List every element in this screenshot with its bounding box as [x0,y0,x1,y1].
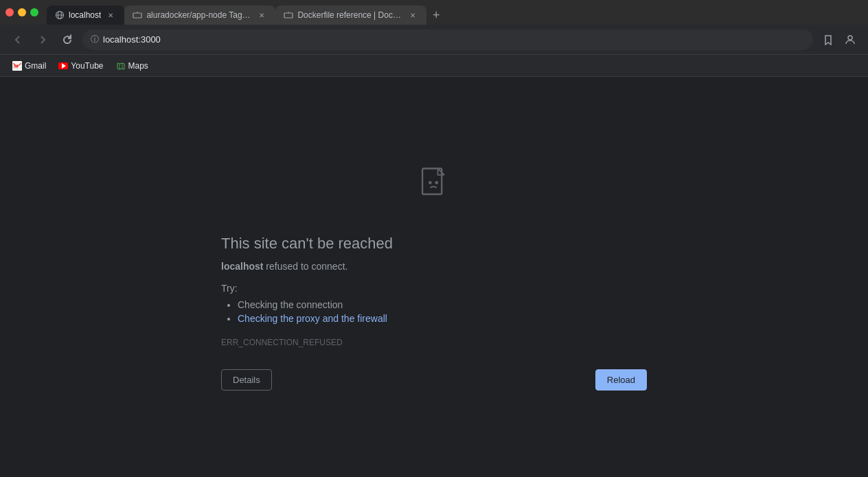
svg-text:M: M [14,63,19,69]
svg-point-11 [435,182,437,184]
address-bar[interactable]: ⓘ localhost:3000 [82,30,813,50]
reload-icon [62,34,73,45]
bookmark-gmail[interactable]: M Gmail [7,58,52,74]
svg-rect-4 [284,13,293,18]
address-text: localhost:3000 [103,34,161,45]
tab-label: Dockerfile reference | Docker D… [297,10,403,20]
bookmark-gmail-label: Gmail [25,61,46,71]
tab-localhost[interactable]: localhost ✕ [47,5,124,25]
profile-button[interactable] [841,30,860,49]
error-code: ERR_CONNECTION_REFUSED [221,338,343,347]
details-button[interactable]: Details [221,369,272,391]
reload-button[interactable]: Reload [595,369,647,391]
nav-actions [819,30,860,49]
svg-rect-3 [133,13,141,18]
forward-icon [37,34,48,45]
error-subtitle-rest: refused to connect. [263,261,347,272]
suggestion-checking-proxy: Checking the proxy and the firewall [238,313,387,324]
main-content: This site can't be reached localhost ref… [0,77,868,477]
error-host: localhost [221,261,263,272]
error-buttons: Details Reload [221,369,647,391]
navbar: ⓘ localhost:3000 [0,25,868,55]
tab-close-button[interactable]: ✕ [407,10,418,21]
error-suggestions-list: Checking the connection Checking the pro… [238,299,387,327]
docker-icon [133,10,142,20]
gmail-icon: M [12,61,22,71]
bookmark-youtube[interactable]: YouTube [53,58,108,74]
minimize-button[interactable] [18,8,26,16]
forward-button[interactable] [33,30,52,49]
docker2-icon [284,10,293,20]
new-tab-button[interactable]: + [426,5,446,25]
error-title: This site can't be reached [221,235,393,253]
tab-close-button[interactable]: ✕ [105,10,116,21]
bookmark-icon [823,34,834,45]
profile-icon [845,34,856,45]
back-button[interactable] [8,30,27,49]
maps-icon [116,61,126,71]
svg-point-5 [848,36,852,40]
bookmarks-bar: M Gmail YouTube Maps [0,55,868,77]
tab-label: aluradocker/app-node Tags | D… [146,10,252,20]
maximize-button[interactable] [30,8,38,16]
globe-icon [55,10,65,20]
traffic-lights [5,8,38,16]
suggestion-checking-connection: Checking the connection [238,299,387,310]
error-try-label: Try: [221,283,238,294]
close-button[interactable] [5,8,14,16]
back-icon [12,34,23,45]
error-icon [413,163,455,214]
tab-dockerfile[interactable]: Dockerfile reference | Docker D… ✕ [275,5,426,25]
error-container: This site can't be reached localhost ref… [194,163,674,391]
bookmark-button[interactable] [819,30,838,49]
youtube-icon [58,61,68,71]
security-icon: ⓘ [91,34,99,45]
error-subtitle: localhost refused to connect. [221,261,347,272]
svg-rect-9 [422,169,442,195]
proxy-firewall-link[interactable]: Checking the proxy and the firewall [238,313,387,324]
tabs-bar: localhost ✕ aluradocker/app-node Tags | … [47,0,863,25]
bookmark-youtube-label: YouTube [71,61,103,71]
bookmark-maps[interactable]: Maps [111,58,154,74]
titlebar: localhost ✕ aluradocker/app-node Tags | … [0,0,868,25]
tab-close-button[interactable]: ✕ [256,10,267,21]
tab-label: localhost [69,10,101,20]
bookmark-maps-label: Maps [128,61,148,71]
svg-point-10 [429,182,431,184]
tab-aluradocker[interactable]: aluradocker/app-node Tags | D… ✕ [124,5,275,25]
reload-button[interactable] [58,30,77,49]
